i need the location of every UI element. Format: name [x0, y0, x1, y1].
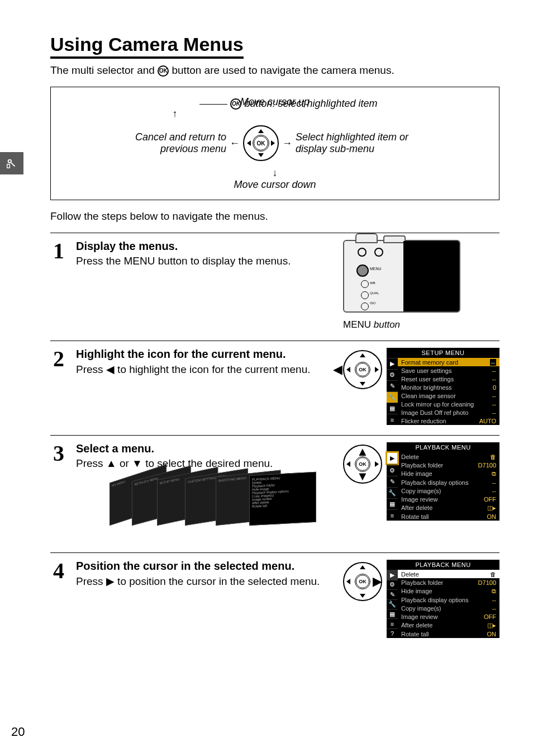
selector-diagram: Move cursor up ↑ OK button: select highl…	[50, 87, 499, 200]
screen-tabs: ▶⚙✎🔧▦≡	[387, 358, 398, 425]
step-number: 1	[50, 240, 67, 262]
step-text: Press ◀ to highlight the icon for the cu…	[76, 363, 334, 376]
step-number: 4	[50, 560, 67, 582]
menu-row: Delete🗑	[398, 570, 499, 578]
menu-row: Playback folderD7100	[398, 461, 499, 469]
step-text: Press ▲ or ▼ to select the desired menu.	[76, 457, 334, 470]
dpad-left-icon: OK ◀	[343, 350, 382, 389]
screen-tabs: ▶⚙✎🔧▦≡?	[387, 570, 398, 638]
diag-move-down: Move cursor down	[234, 179, 316, 191]
step-number: 3	[50, 442, 67, 465]
active-right-arrow-icon: ▶	[373, 574, 382, 589]
menu-row: Monitor brightness0	[398, 383, 499, 391]
menu-row: Rotate tallON	[398, 512, 499, 521]
dpad-updown-icon: OK ▲ ▼	[343, 445, 382, 484]
menu-row: Playback folderD7100	[398, 578, 499, 587]
camera-illustration: MENU WB QUAL ISO	[343, 240, 460, 313]
step-number: 2	[50, 348, 67, 370]
playback-menu-screen-2: PLAYBACK MENU ▶⚙✎🔧▦≡? Delete🗑Playback fo…	[387, 560, 499, 638]
menu-row: Playback display options--	[398, 478, 499, 486]
menu-row: Image reviewOFF	[398, 612, 499, 621]
dpad-right-icon: OK ▶	[343, 562, 382, 601]
step-text: Press the MENU button to display the men…	[76, 255, 334, 267]
step-title: Position the cursor in the selected menu…	[76, 560, 334, 573]
page-title: Using Camera Menus	[50, 34, 244, 59]
menu-button-caption: MENU button	[343, 319, 400, 330]
arrow-up-icon: ↑	[172, 108, 177, 120]
menu-row: After delete◫▸	[398, 621, 499, 630]
arrow-left-icon: ←	[230, 138, 240, 149]
menu-row: Image Dust Off ref photo--	[398, 408, 499, 417]
intro-text: The multi selector and OK button are use…	[50, 64, 499, 77]
svg-line-1	[11, 163, 15, 166]
menu-row: After delete◫▸	[398, 503, 499, 512]
intro-before: The multi selector and	[50, 64, 158, 76]
menu-row: Hide image⧉	[398, 587, 499, 596]
menu-row: Rotate tallON	[398, 630, 499, 638]
diag-right-2: display sub-menu	[296, 143, 374, 154]
diag-right-1: Select highlighted item or	[296, 131, 408, 143]
active-down-arrow-icon: ▼	[356, 469, 369, 484]
menu-row: Reset user settings--	[398, 375, 499, 383]
menu-row: Lock mirror up for cleaning--	[398, 400, 499, 408]
step-text: Press ▶ to position the cursor in the se…	[76, 575, 334, 588]
menu-row: Hide image⧉	[398, 469, 499, 478]
menu-row: Copy image(s)--	[398, 604, 499, 612]
page-number: 20	[11, 725, 25, 739]
arrow-down-icon: ↓	[273, 167, 278, 178]
screen-title: PLAYBACK MENU	[387, 560, 499, 570]
setup-menu-screen: SETUP MENU ▶⚙✎🔧▦≡ Format memory card--Sa…	[387, 348, 499, 425]
multi-selector-icon: OK	[243, 125, 279, 161]
menu-row: Flicker reductionAUTO	[398, 417, 499, 425]
diag-left-2: previous menu	[160, 143, 226, 154]
screen-title: SETUP MENU	[387, 348, 499, 358]
step-title: Select a menu.	[76, 442, 334, 455]
menu-row: Copy image(s)--	[398, 486, 499, 495]
ok-icon: OK	[158, 65, 169, 77]
step-title: Display the menus.	[76, 240, 334, 253]
intro-after: button are used to navigate the camera m…	[169, 64, 394, 76]
playback-menu-screen: PLAYBACK MENU ▶⚙✎🔧▦≡ Delete🗑Playback fol…	[387, 442, 499, 521]
active-up-arrow-icon: ▲	[356, 445, 369, 459]
step-2: 2 Highlight the icon for the current men…	[50, 348, 499, 425]
screen-tabs: ▶⚙✎🔧▦≡	[387, 452, 398, 521]
diag-left-1: Cancel and return to	[135, 131, 226, 143]
step-1: 1 Display the menus. Press the MENU butt…	[50, 240, 499, 330]
menu-label: MENU	[124, 255, 155, 267]
svg-point-0	[8, 160, 11, 163]
menu-row: Save user settings--	[398, 366, 499, 375]
step-3: 3 Select a menu. Press ▲ or ▼ to select …	[50, 442, 499, 542]
ok-core: OK	[253, 135, 269, 152]
menu-row: Format memory card--	[398, 358, 499, 366]
screen-title: PLAYBACK MENU	[387, 442, 499, 452]
step-title: Highlight the icon for the current menu.	[76, 348, 334, 361]
diag-ok-label: button: select highlighted item	[241, 98, 377, 109]
menu-row: Clean image sensor--	[398, 391, 499, 400]
active-left-arrow-icon: ◀	[333, 362, 342, 377]
follow-text: Follow the steps below to navigate the m…	[50, 210, 499, 223]
ok-icon: OK	[230, 98, 241, 110]
arrow-right-icon: →	[282, 138, 292, 149]
menu-row: Image reviewOFF	[398, 495, 499, 503]
svg-rect-2	[7, 164, 10, 168]
side-tab-icon	[0, 152, 23, 174]
menu-row: Delete🗑	[398, 452, 499, 461]
menu-fan-illustration: MY MENU RETOUCH MENU SETUP MENU CUSTOM S…	[110, 475, 288, 542]
step-4: 4 Position the cursor in the selected me…	[50, 560, 499, 638]
menu-row: Playback display options--	[398, 596, 499, 604]
